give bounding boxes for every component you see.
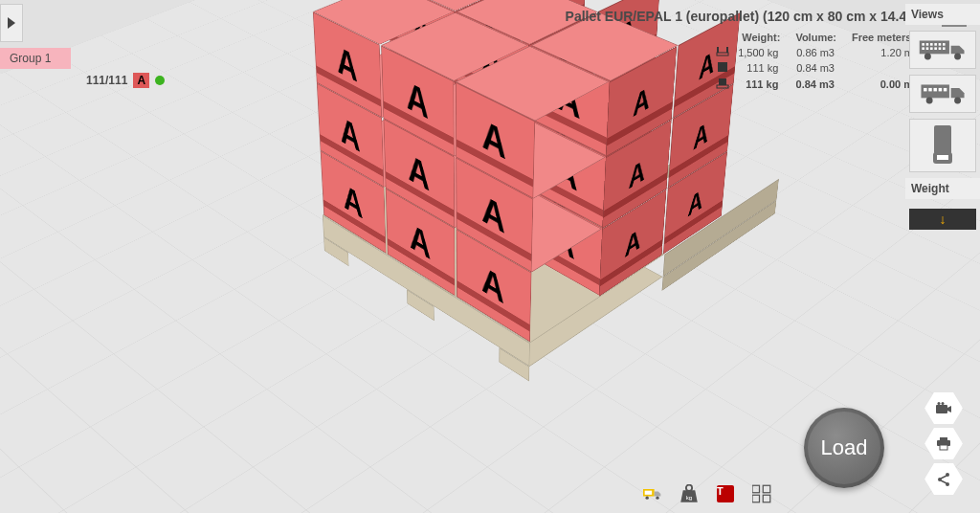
views-label: Views	[905, 4, 980, 25]
group-count-row: 111/111 A	[0, 73, 165, 88]
svg-rect-29	[934, 125, 951, 154]
svg-rect-26	[944, 88, 947, 91]
svg-rect-49	[763, 485, 770, 493]
label-t-icon: T	[717, 485, 734, 502]
stats-row-capacity: 1,500 kg 0.86 m3 1.20 m	[713, 46, 924, 59]
left-sidebar: Group 1 111/111 A	[0, 4, 165, 88]
svg-rect-4	[717, 85, 728, 88]
svg-rect-2	[726, 47, 728, 53]
svg-rect-31	[937, 155, 948, 160]
truck-rear-icon	[918, 80, 968, 107]
svg-rect-1	[717, 47, 719, 53]
svg-rect-50	[763, 495, 770, 502]
svg-point-44	[656, 497, 658, 500]
svg-rect-5	[719, 78, 726, 85]
truck-small-icon	[643, 484, 662, 503]
svg-point-33	[938, 402, 941, 405]
svg-rect-24	[933, 88, 936, 91]
svg-rect-22	[924, 88, 926, 91]
group-tab[interactable]: Group 1	[0, 48, 71, 69]
tool-label-button[interactable]: T	[714, 482, 737, 505]
camera-icon	[935, 402, 952, 415]
print-button[interactable]	[924, 427, 963, 460]
svg-rect-25	[939, 88, 942, 91]
weight-kg-icon: kg	[679, 484, 699, 503]
svg-rect-8	[926, 43, 929, 46]
svg-point-20	[954, 53, 961, 59]
svg-rect-23	[928, 88, 931, 91]
tool-weight-button[interactable]: kg	[678, 482, 701, 505]
truck-top-icon	[928, 123, 957, 167]
svg-rect-14	[926, 47, 929, 50]
svg-rect-48	[752, 495, 760, 502]
svg-text:kg: kg	[686, 494, 693, 501]
view-top-button[interactable]	[909, 119, 976, 172]
svg-point-34	[942, 402, 945, 405]
weight-indicator[interactable]: ↓	[909, 209, 976, 230]
truck-side-icon	[918, 36, 968, 63]
svg-rect-11	[939, 43, 942, 46]
svg-point-28	[954, 97, 961, 103]
pallet-loaded-icon	[713, 77, 732, 92]
bottom-toolbar: kg T	[641, 482, 773, 505]
stats-table: Weight: Volume: Free meters: 1,500 kg 0.…	[711, 29, 926, 94]
col-volume: Volume:	[791, 31, 846, 44]
tool-layout-button[interactable]	[750, 482, 773, 505]
hex-button-column	[924, 391, 963, 496]
view-truck-side-button[interactable]	[909, 31, 976, 69]
svg-point-27	[926, 97, 933, 103]
svg-rect-35	[940, 437, 947, 440]
status-ok-icon	[155, 76, 165, 85]
stats-row-cargo: 111 kg 0.84 m3	[713, 61, 924, 75]
svg-point-45	[686, 485, 692, 491]
svg-rect-15	[930, 47, 933, 50]
share-icon	[936, 472, 951, 487]
svg-rect-7	[922, 43, 924, 46]
weight-label: Weight	[905, 178, 980, 199]
layout-grid-icon	[752, 484, 771, 503]
stats-header-row: Weight: Volume: Free meters:	[713, 31, 924, 44]
svg-rect-17	[939, 47, 942, 50]
svg-point-43	[646, 497, 649, 500]
group-count: 111/111	[86, 74, 127, 87]
svg-rect-18	[943, 47, 946, 50]
col-weight: Weight:	[734, 31, 790, 44]
svg-rect-3	[718, 62, 727, 72]
stats-row-total: 111 kg 0.84 m3 0.00 m	[713, 77, 924, 92]
printer-icon	[936, 437, 951, 451]
view-truck-rear-button[interactable]	[909, 75, 976, 113]
svg-rect-10	[934, 43, 937, 46]
svg-rect-47	[752, 485, 760, 493]
pallet-empty-icon	[713, 46, 732, 59]
share-button[interactable]	[924, 462, 963, 496]
box-solid-icon	[713, 61, 732, 75]
svg-rect-0	[717, 53, 728, 56]
camera-button[interactable]	[924, 391, 963, 425]
svg-rect-21	[921, 84, 948, 98]
triangle-right-icon	[8, 17, 15, 29]
svg-rect-32	[936, 405, 947, 413]
tool-truck-button[interactable]	[641, 482, 664, 505]
svg-rect-12	[943, 43, 946, 46]
right-panel: Views Weight ↓	[905, 4, 980, 234]
svg-point-19	[924, 53, 931, 59]
svg-rect-9	[930, 43, 933, 46]
svg-rect-13	[922, 47, 924, 50]
group-badge[interactable]: A	[133, 73, 149, 88]
load-button[interactable]: Load	[804, 408, 884, 488]
expand-sidebar-button[interactable]	[0, 4, 23, 42]
svg-rect-37	[940, 445, 947, 450]
svg-rect-42	[645, 491, 653, 495]
weight-arrow-icon: ↓	[940, 212, 947, 227]
svg-rect-16	[934, 47, 937, 50]
